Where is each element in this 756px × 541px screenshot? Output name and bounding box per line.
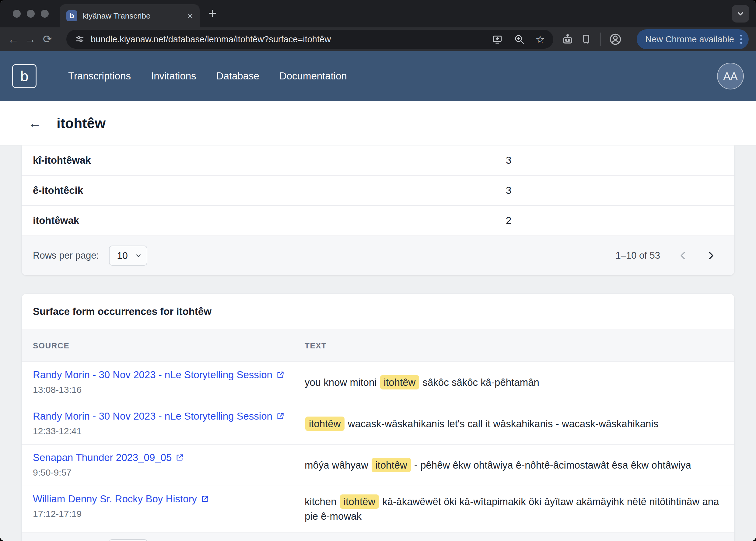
timestamp: 13:08-13:16: [33, 385, 290, 395]
browser-window: b kiyânaw Transcribe × + ← → ⟳ bundle.ki…: [0, 0, 756, 541]
tab-close-icon[interactable]: ×: [187, 11, 193, 21]
maximize-window-button[interactable]: [41, 10, 49, 18]
highlighted-term: itohtêw: [372, 458, 411, 472]
address-bar[interactable]: bundle.kiyanaw.net/database/lemma/itohtê…: [66, 30, 553, 49]
text-after: - pêhêw êkw ohtâwiya ê-nôhtê-âcimostawât…: [411, 459, 691, 471]
browser-menu-icon[interactable]: [740, 35, 742, 44]
table-row[interactable]: ê-itohtêcik 3: [22, 176, 734, 206]
install-app-icon[interactable]: [492, 34, 503, 45]
nav-item-documentation[interactable]: Documentation: [280, 70, 347, 82]
text-cell: itohtêw wacask-wâskahikanis let's call i…: [305, 412, 734, 435]
source-link[interactable]: William Denny Sr. Rocky Boy History: [33, 493, 290, 505]
chevron-left-icon: [678, 251, 688, 261]
nav-item-database[interactable]: Database: [216, 70, 259, 82]
source-link-label[interactable]: Randy Morin - 30 Nov 2023 - nLe Storytel…: [33, 369, 273, 381]
app-navbar: b Transcriptions Invitations Database Do…: [0, 51, 756, 101]
count-cell: 2: [506, 215, 734, 227]
source-link-label[interactable]: Senapan Thunder 2023_09_05: [33, 452, 172, 463]
zoom-icon[interactable]: [514, 34, 525, 45]
rows-per-page-label: Rows per page:: [33, 250, 99, 261]
url-text[interactable]: bundle.kiyanaw.net/database/lemma/itohtê…: [91, 34, 492, 44]
prev-page-button[interactable]: [678, 251, 688, 261]
browser-tab[interactable]: b kiyânaw Transcribe ×: [60, 4, 200, 27]
highlighted-term: itohtêw: [340, 494, 379, 509]
table-row[interactable]: itohtêwak 2: [22, 206, 734, 236]
user-avatar[interactable]: AA: [717, 63, 744, 90]
text-after: wacask-wâskahikanis let's call it wâskah…: [345, 418, 659, 429]
timestamp: 17:12-17:19: [33, 509, 290, 519]
source-cell: Randy Morin - 30 Nov 2023 - nLe Storytel…: [22, 362, 305, 403]
browser-toolbar: ← → ⟳ bundle.kiyanaw.net/database/lemma/…: [0, 27, 756, 51]
count-cell: 3: [506, 155, 734, 166]
source-cell: William Denny Sr. Rocky Boy History 17:1…: [22, 486, 305, 532]
occurrence-row: Randy Morin - 30 Nov 2023 - nLe Storytel…: [22, 362, 734, 403]
site-settings-icon[interactable]: [75, 34, 85, 44]
external-link-icon: [276, 371, 285, 379]
table-row[interactable]: kî-itohtêwak 3: [22, 146, 734, 176]
nav-item-invitations[interactable]: Invitations: [151, 70, 196, 82]
toolbar-divider: [600, 33, 601, 46]
timestamp: 12:33-12:41: [33, 426, 290, 436]
external-link-icon: [175, 453, 184, 462]
bookmark-star-icon[interactable]: ☆: [536, 34, 545, 44]
app-logo[interactable]: b: [12, 64, 37, 88]
rows-per-page-select[interactable]: 10: [109, 539, 147, 541]
rows-per-page-select[interactable]: 10: [109, 246, 147, 266]
surface-form-cell: ê-itohtêcik: [33, 185, 506, 196]
surface-form-cell: itohtêwak: [33, 215, 506, 227]
source-link[interactable]: Randy Morin - 30 Nov 2023 - nLe Storytel…: [33, 369, 290, 381]
rows-per-page-value: 10: [117, 250, 128, 262]
source-link-label[interactable]: William Denny Sr. Rocky Boy History: [33, 493, 197, 505]
highlighted-term: itohtêw: [380, 375, 419, 389]
occurrences-pagination: Rows per page: 10: [22, 532, 734, 541]
back-arrow-icon[interactable]: ←: [28, 117, 41, 130]
external-link-icon: [201, 495, 209, 503]
source-link[interactable]: Senapan Thunder 2023_09_05: [33, 452, 290, 463]
profile-icon[interactable]: [609, 33, 622, 46]
occurrence-row: Randy Morin - 30 Nov 2023 - nLe Storytel…: [22, 403, 734, 444]
surface-forms-card: kî-itohtêwak 3 ê-itohtêcik 3 itohtêwak 2…: [22, 146, 734, 275]
close-window-button[interactable]: [13, 10, 21, 18]
highlighted-term: itohtêw: [305, 416, 345, 431]
page-content: kî-itohtêwak 3 ê-itohtêcik 3 itohtêwak 2…: [0, 146, 756, 541]
chevron-down-icon: [736, 9, 745, 18]
column-header-source: SOURCE: [22, 341, 305, 350]
omnibox-icons: ☆: [492, 34, 545, 45]
tab-title: kiyânaw Transcribe: [83, 11, 184, 21]
text-cell: môýa wâhyaw itohtêw - pêhêw êkw ohtâwiya…: [305, 454, 734, 477]
extensions-icon[interactable]: [580, 33, 592, 45]
reload-button[interactable]: ⟳: [39, 34, 56, 45]
window-controls: [13, 10, 49, 18]
occurrence-row: William Denny Sr. Rocky Boy History 17:1…: [22, 486, 734, 532]
chevron-down-icon: [135, 252, 142, 259]
back-button[interactable]: ←: [5, 34, 22, 45]
source-link-label[interactable]: Randy Morin - 30 Nov 2023 - nLe Storytel…: [33, 410, 273, 422]
chrome-update-label: New Chrome available: [645, 34, 734, 44]
text-before: kitchen: [305, 496, 339, 507]
count-cell: 3: [506, 185, 734, 196]
source-link[interactable]: Randy Morin - 30 Nov 2023 - nLe Storytel…: [33, 410, 290, 422]
timestamp: 9:50-9:57: [33, 467, 290, 478]
surface-form-cell: kî-itohtêwak: [33, 155, 506, 166]
occurrences-title: Surface form occurrences for itohtêw: [22, 293, 734, 329]
text-before: môýa wâhyaw: [305, 459, 371, 471]
next-page-button[interactable]: [706, 251, 716, 261]
tab-search-button[interactable]: [732, 5, 749, 23]
occurrences-header-row: SOURCE TEXT: [22, 329, 734, 362]
new-tab-button[interactable]: +: [209, 6, 217, 20]
text-cell: kitchen itohtêw kâ-âkawêwêt ôki kâ-wîtap…: [305, 490, 734, 528]
robot-extension-icon[interactable]: [561, 33, 574, 46]
occurrences-card: Surface form occurrences for itohtêw SOU…: [22, 293, 734, 541]
page-title: itohtêw: [57, 115, 106, 132]
nav-item-transcriptions[interactable]: Transcriptions: [68, 70, 131, 82]
chrome-update-button[interactable]: New Chrome available: [637, 29, 749, 49]
minimize-window-button[interactable]: [27, 10, 35, 18]
forward-button[interactable]: →: [22, 34, 39, 45]
occurrence-row: Senapan Thunder 2023_09_05 9:50-9:57 môý…: [22, 444, 734, 486]
pagination-range: 1–10 of 53: [615, 250, 660, 261]
source-cell: Senapan Thunder 2023_09_05 9:50-9:57: [22, 444, 305, 486]
tab-favicon: b: [66, 10, 77, 21]
toolbar-extensions: [561, 33, 622, 46]
source-cell: Randy Morin - 30 Nov 2023 - nLe Storytel…: [22, 403, 305, 444]
nav-links: Transcriptions Invitations Database Docu…: [68, 70, 347, 82]
